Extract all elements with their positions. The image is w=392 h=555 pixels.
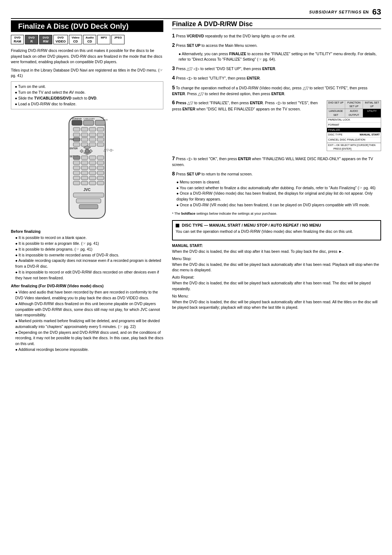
step-7-num: 7: [172, 155, 175, 161]
svg-rect-19: [89, 138, 96, 141]
disc-type-square-icon: [176, 224, 179, 227]
svg-text:VCR/DVD: VCR/DVD: [72, 118, 82, 120]
svg-rect-9: [81, 127, 88, 131]
svg-point-30: [85, 149, 89, 153]
bf-item-4: It is impossible to overwrite recorded a…: [15, 252, 163, 258]
auto-repeat-title: Auto Repeat:: [172, 275, 381, 279]
step-2b: Alternatively, you can press FINALIZE to…: [173, 51, 381, 63]
right-column: Finalize A DVD-R/RW Disc 1 Press VCR/DVD…: [172, 20, 381, 353]
screen-subtab-language: LANGUAGE SET: [327, 109, 345, 117]
screen-row-disc-type: DISC TYPE MANUAL START: [327, 133, 381, 138]
bf-item-3: It is possible to delete programs. (☞ pg…: [15, 247, 163, 252]
svg-rect-52: [97, 176, 104, 180]
screen-subtab-utility: UTILITY: [363, 109, 381, 117]
no-menu-title: No Menu:: [172, 294, 381, 298]
subsidiary-settings-label: SUBSIDIARY SETTINGS: [309, 10, 362, 14]
svg-rect-35: [89, 156, 96, 159]
step-2: 2 Press SET UP to access the Main Menu s…: [172, 41, 381, 49]
screen-header-tabs: DVD SET UP FUNCTION SET UP INITIAL SET U…: [327, 101, 381, 109]
instruction-box: Turn on the unit. Turn on the TV and sel…: [11, 81, 163, 109]
left-column: Finalize A Disc (DVD Deck Only) DVDRAM D…: [11, 20, 163, 353]
svg-rect-49: [73, 176, 80, 180]
step-4-text: Press ◁▷ to select "UTILITY", then press…: [176, 76, 261, 80]
disc-icon-mp3: MP3: [97, 35, 110, 44]
af-item-4: Depending on the DVD players and DVD-R/R…: [15, 330, 163, 347]
bf-item-2: It is possible to enter a program title.…: [15, 241, 163, 247]
svg-rect-56: [97, 181, 104, 185]
svg-rect-58: [73, 193, 104, 197]
note-1: Menu screen is cleared.: [176, 179, 381, 185]
svg-rect-8: [73, 127, 80, 131]
step-5: 5 To change the operation method of a DV…: [172, 84, 381, 97]
bf-item-1: It is possible to record on a blank spac…: [15, 235, 163, 241]
svg-rect-36: [97, 156, 104, 159]
svg-rect-59: [76, 199, 101, 203]
step-2b-item: Alternatively, you can press FINALIZE to…: [179, 51, 381, 63]
before-finalizing-section: Before finalizing It is possible to reco…: [11, 229, 163, 352]
svg-rect-51: [89, 176, 96, 180]
left-body-text2: Titles input in the Library Database DVD…: [11, 68, 163, 78]
svg-rect-41: [73, 166, 80, 170]
screen-row-cancel: CANCEL DISC FINALIZATION: [327, 138, 381, 143]
menu-stop-title: Menu Stop:: [172, 256, 381, 261]
svg-rect-23: [89, 143, 96, 146]
step-3-num: 3: [172, 65, 175, 71]
auto-repeat-content: When the DVD disc is loaded, the disc wi…: [172, 280, 381, 291]
svg-rect-17: [73, 138, 80, 141]
note-3: Once a DVD-R/RW (Video mode) disc has be…: [176, 191, 381, 202]
screen-subtab-audio: AUDIO OUTPUT: [345, 109, 363, 117]
af-item-2: Although DVD-R/RW discs finalized on thi…: [15, 301, 163, 318]
svg-text:ENTER: ENTER: [70, 147, 78, 150]
disc-icon-dvd-rw: DVDRW: [39, 35, 52, 44]
step-7-text: Press ◁▷ to select "OK", then press ENTE…: [172, 157, 373, 167]
screen-tab-dvd-setup: DVD SET UP: [327, 101, 345, 109]
left-body-text1: Finalizing DVD-R/RW discs recorded on th…: [11, 48, 163, 65]
step-1-text: Press VCR/DVD repeatedly so that the DVD…: [176, 34, 295, 38]
disc-icon-dvd-video: DVDVIDEO: [53, 35, 68, 44]
screen-row-format: FORMAT: [327, 123, 381, 128]
svg-rect-37: [73, 161, 80, 165]
en-label: EN: [363, 10, 368, 14]
svg-rect-46: [81, 171, 88, 175]
left-section-title: Finalize A Disc (DVD Deck Only): [11, 20, 163, 32]
svg-rect-13: [81, 133, 88, 137]
step-5-text: To change the operation method of a DVD-…: [172, 86, 367, 96]
step-5-num: 5: [172, 85, 175, 90]
title-bar-decoration: [14, 21, 16, 31]
screen-sub-tabs: LANGUAGE SET AUDIO OUTPUT UTILITY: [327, 109, 381, 117]
disc-icon-audio-cd: AudioCD: [83, 35, 96, 44]
svg-text:DVD: DVD: [103, 119, 108, 121]
step-6-num: 6: [172, 100, 175, 105]
content-area: Finalize A Disc (DVD Deck Only) DVDRAM D…: [11, 20, 381, 353]
svg-rect-44: [97, 166, 104, 170]
after-finalizing-title: After finalizing (For DVD-R/RW (Video mo…: [11, 284, 163, 288]
svg-rect-47: [89, 171, 96, 175]
disc-icon-video-cd: VideoCD: [69, 35, 82, 44]
svg-text:JVC: JVC: [83, 188, 90, 192]
screen-footer: EXIT ↑↓:OK SELECT WITH [CURSOR] THEN PRE…: [327, 143, 381, 151]
disc-icon-dvd-ram: DVDRAM: [11, 35, 24, 44]
screen-tab-initial-setup: INITIAL SET UP: [363, 101, 381, 109]
remote-control-svg: VCR/DVD CABLE/DBS TV DVD FINALIZE: [47, 113, 127, 226]
svg-rect-20: [97, 138, 104, 141]
disc-type-title: DISC TYPE — MANUAL START / MENU STOP / A…: [176, 223, 377, 227]
menu-stop-content: When the DVD disc is loaded, the disc wi…: [172, 262, 381, 273]
svg-rect-40: [97, 161, 104, 165]
screen-mockup: DVD SET UP FUNCTION SET UP INITIAL SET U…: [327, 100, 381, 151]
bf-item-6: It is impossible to record or edit DVD-R…: [15, 270, 163, 281]
svg-rect-60: [79, 204, 98, 209]
step-8-text: Press SET UP to return to the normal scr…: [176, 172, 253, 176]
screen-row-parental: PARENTAL LOCK: [327, 118, 381, 123]
svg-rect-42: [81, 166, 88, 170]
disc-type-body: You can set the operation method of a DV…: [176, 229, 377, 234]
bf-item-5: Available recording capacity does not in…: [15, 258, 163, 270]
svg-rect-10: [89, 127, 96, 131]
step-4-num: 4: [172, 75, 175, 81]
svg-text:△▽◁▷: △▽◁▷: [103, 148, 114, 152]
svg-rect-3: [95, 120, 105, 125]
disc-icons-row: DVDRAM DVDR DVDRW DVDVIDEO VideoCD Audio…: [11, 35, 163, 44]
page-number: 63: [372, 7, 381, 17]
instruction-item-4: Load a DVD-R/RW disc to finalize.: [15, 101, 159, 107]
svg-rect-54: [81, 181, 88, 185]
after-steps-notes: Menu screen is cleared. You can select w…: [172, 179, 381, 208]
